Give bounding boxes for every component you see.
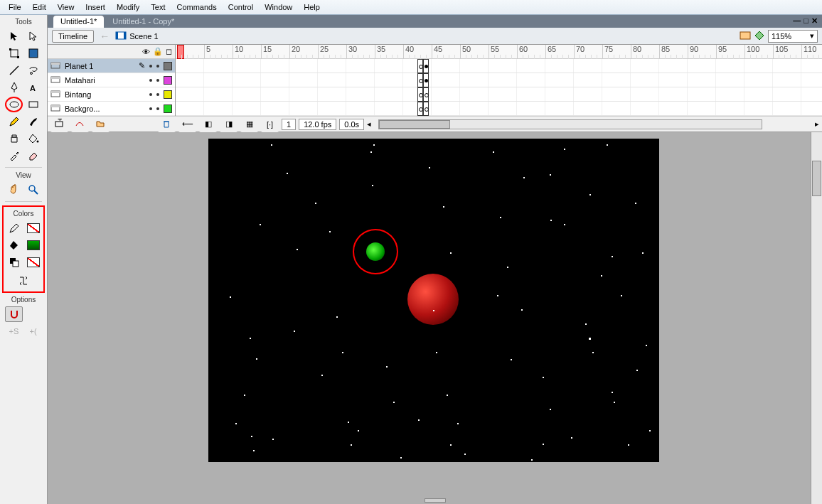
panel-resize-handle[interactable] [425,498,446,503]
star-shape [400,457,402,459]
timeline-hscrollbar[interactable] [378,119,762,129]
swap-colors-button[interactable] [15,273,33,289]
menu-insert[interactable]: Insert [80,1,111,14]
brush-tool[interactable] [24,114,42,129]
keyframe[interactable] [417,73,423,87]
selection-tool[interactable] [5,28,23,44]
menu-view[interactable]: View [52,1,80,14]
no-color-button[interactable] [24,254,42,270]
outline-icon[interactable]: ◻ [166,47,172,56]
menu-commands[interactable]: Commands [171,1,222,14]
timeline-panel: 👁 🔒 ◻ Planet 1✎MatahariBintangBackgro...… [48,45,822,132]
layer-header: 👁 🔒 ◻ [48,45,175,59]
stage-vscrollbar[interactable] [811,132,822,504]
rectangle-tool[interactable] [24,97,42,112]
doc-minimize-button[interactable]: — [793,16,801,26]
center-frame-button[interactable]: ⟵ [178,117,196,132]
snap-option[interactable] [5,306,23,322]
layer-row[interactable]: Bintang [48,87,175,102]
line-tool[interactable] [5,63,23,78]
modify-onion-markers-button[interactable]: [·] [261,117,279,132]
menu-text[interactable]: Text [145,1,171,14]
oval-tool[interactable] [5,97,23,112]
layer-color-swatch[interactable] [164,76,172,85]
zoom-dropdown[interactable]: 115% ▾ [768,30,818,43]
frames-area[interactable]: 5101520253035404550556065707580859095100… [176,45,822,116]
timeline-hscroll-thumb[interactable] [379,120,450,129]
free-transform-tool[interactable] [5,45,23,61]
red-planet-shape[interactable] [407,274,459,325]
edit-multiple-frames-button[interactable]: ▦ [240,117,258,132]
edit-symbols-icon[interactable] [754,30,765,43]
scroll-right-icon[interactable]: ▸ [815,119,819,129]
keyframe[interactable] [423,102,429,116]
ink-bottle-tool[interactable] [5,131,23,146]
menu-modify[interactable]: Modify [111,1,145,14]
onion-skin-outlines-button[interactable]: ◨ [220,117,237,132]
layer-color-swatch[interactable] [164,62,172,70]
stroke-color-swatch[interactable] [24,220,42,236]
svg-text:A: A [30,84,36,92]
stroke-color-icon[interactable] [5,220,23,236]
paint-bucket-tool[interactable] [24,131,42,146]
insert-folder-button[interactable] [92,117,110,132]
stage-canvas[interactable] [208,139,659,462]
menu-control[interactable]: Control [223,1,259,14]
fill-color-swatch[interactable] [24,237,42,253]
keyframe[interactable] [423,59,429,73]
selection-outline[interactable] [353,229,398,274]
eye-icon[interactable]: 👁 [142,48,150,56]
delete-layer-button[interactable] [158,117,176,132]
onion-skin-button[interactable]: ◧ [199,117,217,132]
edit-scene-icon[interactable] [740,30,751,43]
layer-color-swatch[interactable] [164,90,172,99]
eyedropper-tool[interactable] [5,148,23,163]
option-smooth[interactable]: +S [5,323,23,339]
keyframe[interactable] [417,59,423,73]
keyframe[interactable] [423,73,429,87]
timeline-track[interactable] [176,73,822,87]
add-motion-guide-button[interactable] [71,117,89,132]
zoom-tool[interactable] [24,182,42,198]
timeline-track[interactable] [176,87,822,102]
layer-row[interactable]: Matahari [48,73,175,87]
layer-name: Bintang [65,90,145,99]
layer-row[interactable]: Planet 1✎ [48,59,175,73]
pen-tool[interactable] [5,80,23,95]
layer-row[interactable]: Backgro... [48,102,175,116]
gradient-transform-tool[interactable] [24,45,42,61]
stage-vscroll-thumb[interactable] [812,161,821,196]
menu-help[interactable]: Help [298,1,326,14]
pencil-tool[interactable] [5,114,23,129]
playhead[interactable] [177,45,184,59]
menu-file[interactable]: File [3,1,27,14]
doc-close-button[interactable]: ✕ [811,16,818,26]
keyframe[interactable] [417,102,423,116]
back-arrow-icon[interactable]: ← [100,31,110,42]
menu-edit[interactable]: Edit [27,1,52,14]
doc-maximize-button[interactable]: □ [804,16,808,26]
tab-inactive[interactable]: Untitled-1 - Copy* [105,16,181,28]
insert-layer-button[interactable]: + [50,117,68,132]
lasso-tool[interactable] [24,63,42,78]
timeline-ruler[interactable]: 5101520253035404550556065707580859095100… [176,45,822,59]
lock-icon[interactable]: 🔒 [153,47,163,56]
option-straighten[interactable]: +( [24,323,42,339]
fill-color-icon[interactable] [5,237,23,253]
default-colors-button[interactable] [5,254,23,270]
timeline-toggle-button[interactable]: Timeline [52,30,94,43]
keyframe[interactable] [423,87,429,102]
timeline-track[interactable] [176,59,822,73]
scene-name[interactable]: Scene 1 [129,32,158,41]
stage-background[interactable] [48,132,822,504]
subselection-tool[interactable] [24,28,42,44]
timeline-track[interactable] [176,102,822,116]
eraser-tool[interactable] [24,148,42,163]
hand-tool[interactable] [5,182,23,198]
tab-active[interactable]: Untitled-1* [53,16,104,28]
menu-window[interactable]: Window [259,1,298,14]
text-tool[interactable]: A [24,80,42,95]
layer-color-swatch[interactable] [164,104,172,113]
scroll-left-icon[interactable]: ◂ [367,119,371,129]
keyframe[interactable] [417,87,423,102]
